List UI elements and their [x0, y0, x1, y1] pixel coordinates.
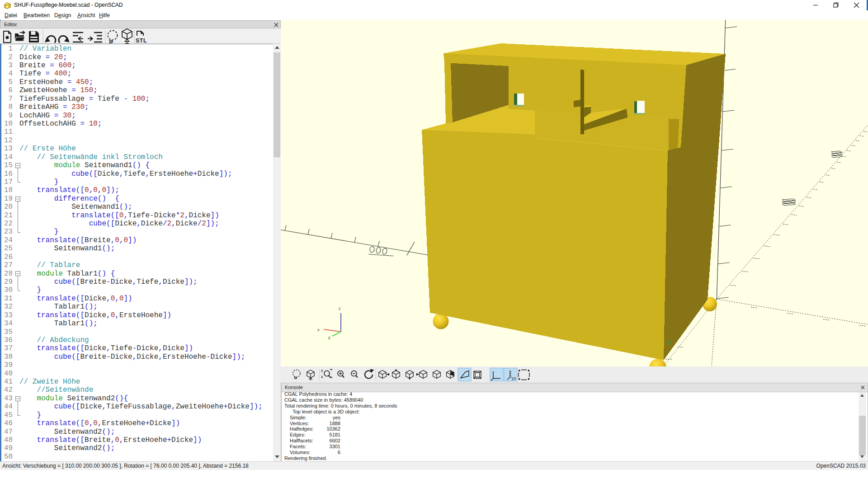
svg-text:»: » [294, 374, 297, 381]
svg-text:x: x [317, 327, 320, 332]
svg-text:STL: STL [136, 38, 147, 44]
svg-text:z: z [339, 306, 341, 311]
svg-text:y: y [328, 335, 330, 340]
svg-text:»: » [108, 36, 113, 44]
svg-text:10: 10 [511, 376, 516, 381]
